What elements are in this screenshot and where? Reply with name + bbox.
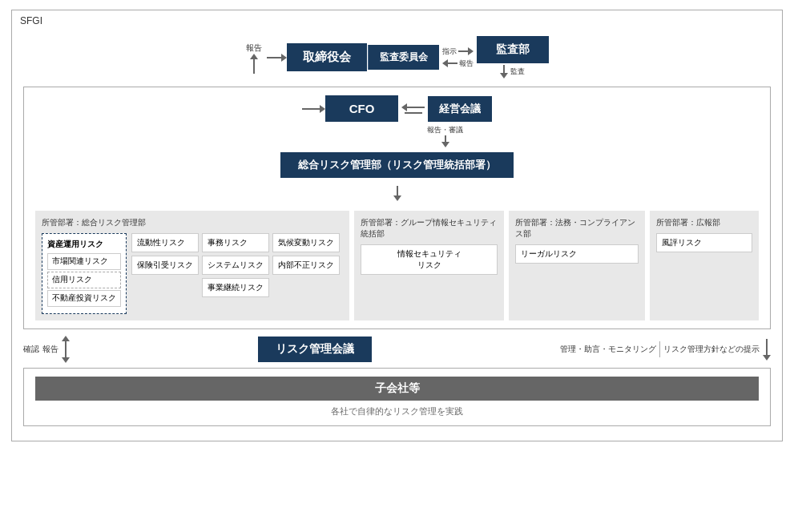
risk-section-sogo: 所管部署：総合リスク管理部 資産運用リスク 市場関連リスク 信用リスク 不動産投… bbox=[35, 211, 349, 320]
houkoku-shinghi-label: 報告・審議 bbox=[427, 125, 463, 135]
shokan-info-header: 所管部署：グループ情報セキュリティ統括部 bbox=[361, 217, 498, 240]
risk-col-2: 事務リスク システムリスク 事業継続リスク bbox=[202, 233, 269, 314]
kansabu-box: 監査部 bbox=[477, 36, 549, 63]
cfo-box: CFO bbox=[325, 95, 399, 122]
shiji-label: 指示 bbox=[442, 46, 457, 57]
risk-section-legal: 所管部署：法務・コンプライアンス部 リーガルリスク bbox=[509, 211, 645, 320]
risk-legal: リーガルリスク bbox=[515, 244, 639, 264]
kogaisha-sub: 各社で自律的なリスク管理を実践 bbox=[35, 405, 759, 417]
risk-kikou: 気候変動リスク bbox=[272, 233, 340, 252]
asset-sub-3: 不動産投資リスク bbox=[47, 290, 121, 307]
risk-ryudosei: 流動性リスク bbox=[131, 233, 199, 252]
houkoku-label-left: 報告 bbox=[246, 42, 262, 54]
risk-col-3: 気候変動リスク 内部不正リスク bbox=[272, 233, 340, 314]
houkoku3-label: 報告 bbox=[42, 344, 58, 355]
shokan-legal-header: 所管部署：法務・コンプライアンス部 bbox=[515, 217, 639, 240]
main-container: SFGI 報告 取締役会 監査委員会 bbox=[11, 10, 783, 441]
risk-jigyo: 事業継続リスク bbox=[202, 278, 269, 297]
asset-risk-title: 資産運用リスク bbox=[47, 239, 121, 250]
shokan-sogo-header: 所管部署：総合リスク管理部 bbox=[42, 217, 343, 228]
kogaisha-title: 子会社等 bbox=[35, 377, 759, 401]
asset-sub-1: 市場関連リスク bbox=[47, 253, 121, 270]
sfgi-label: SFGI bbox=[20, 15, 42, 26]
risk-naibu: 内部不正リスク bbox=[272, 256, 340, 275]
asset-sub-2: 信用リスク bbox=[47, 272, 121, 288]
torishimari-box: 取締役会 bbox=[287, 43, 367, 71]
risk-policy-label: リスク管理方針などの提示 bbox=[663, 344, 760, 355]
risk-col-1: 流動性リスク 保険引受リスク bbox=[131, 233, 199, 314]
shokan-pr-header: 所管部署：広報部 bbox=[656, 217, 752, 228]
houkoku2-label: 報告 bbox=[459, 58, 474, 69]
risk-system: システムリスク bbox=[202, 256, 269, 275]
kogaisha-box: 子会社等 各社で自律的なリスク管理を実践 bbox=[23, 368, 771, 426]
asset-risk-box: 資産運用リスク 市場関連リスク 信用リスク 不動産投資リスク bbox=[42, 233, 127, 314]
risk-jimu: 事務リスク bbox=[202, 233, 269, 252]
risk-section-info: 所管部署：グループ情報セキュリティ統括部 情報セキュリティリスク bbox=[354, 211, 504, 320]
risk-info-sec: 情報セキュリティリスク bbox=[361, 244, 498, 275]
risk-hoken: 保険引受リスク bbox=[131, 256, 199, 275]
kansa-label: 監査 bbox=[510, 66, 525, 77]
kansa-iinkai-box: 監査委員会 bbox=[368, 45, 439, 70]
kakunin-label: 確認 bbox=[23, 344, 39, 355]
kanri-label: 管理・助言・モニタリング bbox=[560, 344, 656, 355]
risk-section-pr: 所管部署：広報部 風評リスク bbox=[650, 211, 759, 320]
risk-pr: 風評リスク bbox=[656, 233, 752, 252]
sogo-risk-box: 総合リスク管理部（リスク管理統括部署） bbox=[280, 152, 514, 178]
risk-area: 所管部署：総合リスク管理部 資産運用リスク 市場関連リスク 信用リスク 不動産投… bbox=[35, 211, 759, 320]
risk-kaigi-box: リスク管理会議 bbox=[258, 337, 372, 362]
keiei-kaigi-box: 経営会議 bbox=[428, 96, 492, 122]
inner-governance-box: CFO 経営会議 報告・審議 bbox=[23, 87, 771, 329]
